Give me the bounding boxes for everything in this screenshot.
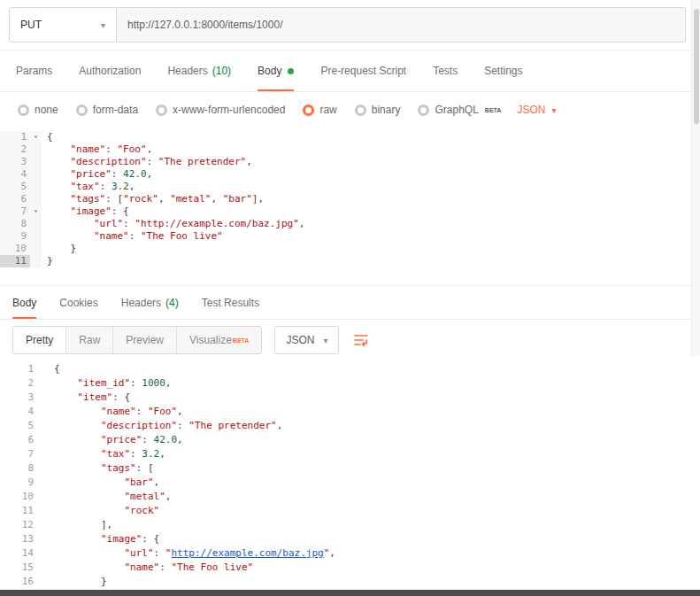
tab-headers[interactable]: Headers(4) <box>121 286 179 319</box>
line-number: 11 <box>0 504 37 518</box>
code-line: 4 "name": "Foo", <box>0 405 700 419</box>
code-content: "name": "The Foo live" <box>49 561 253 575</box>
fold-arrow-icon[interactable]: ▾ <box>30 205 42 218</box>
code-content: "price": 42.0, <box>42 168 152 181</box>
line-number: 4 <box>0 405 37 419</box>
code-content: "url": "http://example.com/baz.jpg", <box>49 546 335 561</box>
request-editor[interactable]: 1▾{2 "name": "Foo",3 "description": "The… <box>0 128 700 271</box>
line-number: 14 <box>0 546 37 561</box>
radio-icon <box>76 104 88 116</box>
request-url-bar: PUT ▾ <box>0 0 700 50</box>
tab-params[interactable]: Params <box>16 50 52 91</box>
body-type-binary[interactable]: binary <box>355 104 401 116</box>
fold-spacer <box>37 490 49 504</box>
body-type-label: x-www-form-urlencoded <box>173 104 285 116</box>
view-mode-visualize[interactable]: VisualizeBETA <box>177 327 261 353</box>
tab-authorization[interactable]: Authorization <box>79 50 141 91</box>
line-number: 10 <box>0 243 30 255</box>
code-line: 2 "item_id": 1000, <box>0 376 700 391</box>
tab-count: (10) <box>212 65 231 77</box>
chevron-down-icon: ▾ <box>101 20 105 30</box>
tab-label: Test Results <box>202 297 259 309</box>
tab-headers[interactable]: Headers(10) <box>167 50 231 91</box>
tab-label: Headers <box>167 65 207 77</box>
code-content: "url": "http://example.com/baz.jpg", <box>42 218 304 230</box>
tab-label: Body <box>12 297 36 309</box>
code-content: "name": "Foo", <box>49 405 183 419</box>
body-type-x-www-form-urlencoded[interactable]: x-www-form-urlencoded <box>156 104 285 116</box>
tab-tests[interactable]: Tests <box>433 50 458 91</box>
tab-settings[interactable]: Settings <box>484 50 522 91</box>
code-content: { <box>49 362 60 376</box>
wrap-lines-button[interactable] <box>353 332 369 348</box>
tab-label: Params <box>16 65 52 77</box>
code-line: 5 "tax": 3.2, <box>0 181 700 193</box>
code-content: "tags": ["rock", "metal", "bar"], <box>42 193 264 205</box>
code-line: 7 "tax": 3.2, <box>0 447 700 461</box>
view-mode-pretty[interactable]: Pretty <box>13 327 66 353</box>
view-mode-preview[interactable]: Preview <box>113 327 177 353</box>
fold-spacer <box>30 255 42 267</box>
format-select-label: JSON <box>286 334 314 346</box>
line-number: 12 <box>0 518 37 532</box>
line-number: 2 <box>0 376 37 391</box>
body-type-row: noneform-datax-www-form-urlencodedrawbin… <box>0 92 700 128</box>
fold-spacer <box>30 218 42 230</box>
vertical-scrollbar[interactable] <box>691 0 700 356</box>
body-type-label: raw <box>319 104 336 116</box>
view-mode-group: PrettyRawPreviewVisualizeBETA <box>12 326 262 354</box>
code-content: "description": "The pretender", <box>42 156 252 168</box>
horizontal-scrollbar[interactable] <box>0 590 700 596</box>
code-line: 13 "image": { <box>0 532 700 546</box>
code-line: 11} <box>0 255 700 267</box>
tab-body[interactable]: Body <box>12 286 36 319</box>
postman-app: PUT ▾ ParamsAuthorizationHeaders(10)Body… <box>0 0 700 596</box>
wrap-lines-icon <box>353 332 369 348</box>
response-editor[interactable]: 1{2 "item_id": 1000,3 "item": {4 "name":… <box>0 360 700 596</box>
fold-spacer <box>37 447 49 461</box>
code-content: "name": "The Foo live" <box>42 230 223 243</box>
code-content: } <box>49 575 107 589</box>
code-line: 9 "bar", <box>0 476 700 490</box>
view-mode-label: Raw <box>79 334 100 346</box>
line-number: 4 <box>0 168 30 181</box>
fold-spacer <box>37 419 49 433</box>
method-select[interactable]: PUT ▾ <box>9 7 117 43</box>
unsaved-dot-icon <box>288 68 294 74</box>
chevron-down-icon: ▾ <box>323 336 327 345</box>
body-type-graphql[interactable]: GraphQLBETA <box>418 104 501 116</box>
body-type-form-data[interactable]: form-data <box>76 104 138 116</box>
body-type-raw[interactable]: raw <box>303 104 336 116</box>
view-mode-raw[interactable]: Raw <box>66 327 113 353</box>
vertical-scrollbar-thumb[interactable] <box>694 9 699 124</box>
fold-spacer <box>37 546 49 561</box>
code-content: "description": "The pretender", <box>49 419 282 433</box>
tab-cookies[interactable]: Cookies <box>59 286 97 319</box>
url-input[interactable] <box>117 7 686 43</box>
code-content: } <box>42 243 76 255</box>
fold-spacer <box>30 230 42 243</box>
view-mode-label: Pretty <box>26 334 53 346</box>
language-select[interactable]: JSON ▾ <box>517 104 556 116</box>
format-select[interactable]: JSON ▾ <box>274 326 339 354</box>
line-number: 1 <box>0 362 37 376</box>
code-content: "tags": [ <box>49 461 154 476</box>
code-line: 1{ <box>0 362 700 376</box>
body-type-none[interactable]: none <box>18 104 58 116</box>
tab-body[interactable]: Body <box>258 50 294 91</box>
response-tabs: BodyCookiesHeaders(4)Test Results <box>0 286 700 320</box>
line-number: 13 <box>0 532 37 546</box>
fold-arrow-icon[interactable]: ▾ <box>30 131 42 143</box>
tab-test-results[interactable]: Test Results <box>202 286 259 319</box>
code-content: "name": "Foo", <box>42 143 152 156</box>
line-number: 15 <box>0 561 37 575</box>
line-number: 7 <box>0 447 37 461</box>
view-mode-label: Preview <box>126 334 164 346</box>
tab-pre-request-script[interactable]: Pre-request Script <box>320 50 406 91</box>
radio-icon <box>156 104 167 116</box>
line-number: 3 <box>0 156 30 168</box>
tab-label: Pre-request Script <box>320 65 406 77</box>
language-select-label: JSON <box>517 104 545 116</box>
code-line: 12 ], <box>0 518 700 532</box>
line-number: 16 <box>0 575 37 589</box>
